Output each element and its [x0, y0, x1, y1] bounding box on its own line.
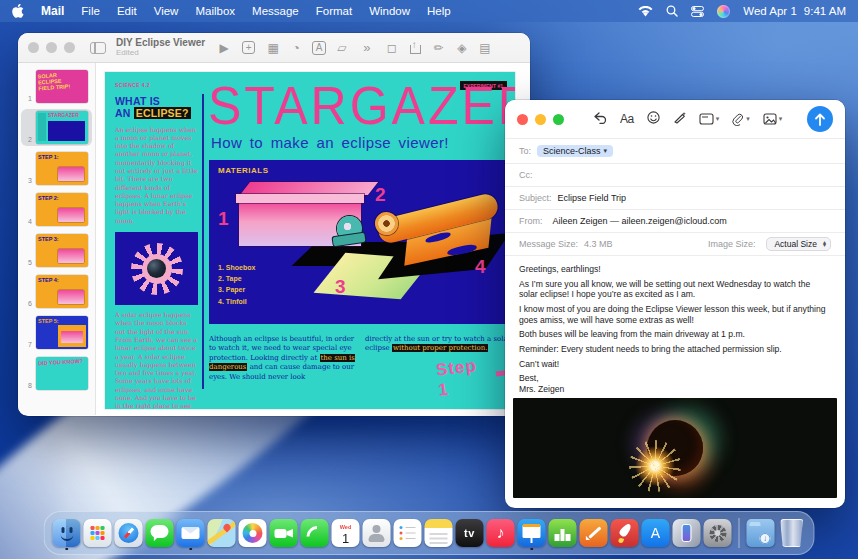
minimize-button[interactable]: [535, 114, 546, 125]
slide-thumbnail-5[interactable]: 5STEP 3:: [21, 232, 92, 269]
image-size-select[interactable]: Actual Size ▴▾: [766, 237, 831, 251]
header-fields-menu[interactable]: [699, 113, 720, 125]
apple-menu-icon[interactable]: [12, 4, 25, 19]
menu-app-name[interactable]: Mail: [41, 4, 64, 18]
menu-item-message[interactable]: Message: [252, 5, 299, 17]
cc-field[interactable]: Cc:: [505, 164, 845, 187]
recipient-token[interactable]: Science-Class: [537, 145, 613, 157]
dock-reminders-icon[interactable]: [394, 515, 422, 551]
dock-safari-icon[interactable]: [115, 515, 143, 551]
writing-tools-icon[interactable]: [673, 110, 686, 128]
menu-item-window[interactable]: Window: [369, 5, 410, 17]
eclipse-photo-attachment[interactable]: [513, 398, 837, 498]
slide-thumbnail-1[interactable]: 1SOLAR ECLIPSE FIELD TRIP!: [21, 68, 92, 105]
share-icon[interactable]: [410, 42, 421, 54]
slide-thumbnail-8[interactable]: 8DID YOU KNOW?: [21, 355, 92, 392]
heading-highlight: ECLIPSE?: [134, 107, 191, 119]
to-field[interactable]: To: Science-Class: [505, 139, 845, 164]
undo-icon[interactable]: [593, 110, 607, 128]
close-button[interactable]: [517, 114, 528, 125]
add-slide-button[interactable]: +: [242, 41, 255, 54]
more-toolbar-icon[interactable]: »: [360, 40, 374, 55]
message-size-value: 4.3 MB: [584, 239, 613, 249]
dock-app-store-icon[interactable]: A: [642, 515, 670, 551]
insert-photo-icon[interactable]: [763, 113, 783, 125]
body-paragraph: Can’t wait!: [519, 359, 831, 370]
close-button[interactable]: [28, 42, 39, 53]
caution-text-left: Although an eclipse is beautiful, in ord…: [209, 335, 357, 382]
dock-launchpad-icon[interactable]: [84, 515, 112, 551]
animate-icon[interactable]: ◈: [455, 41, 469, 55]
sun-core-icon: [142, 254, 172, 284]
dock-numbers-icon[interactable]: [549, 515, 577, 551]
dock-settings-icon[interactable]: [704, 515, 732, 551]
menu-item-file[interactable]: File: [81, 5, 100, 17]
wifi-icon[interactable]: [638, 6, 653, 17]
slide-number: 2: [27, 136, 32, 144]
dock-tv-icon[interactable]: tv: [456, 515, 484, 551]
step-1-callout: Step 1: [435, 351, 515, 400]
from-field[interactable]: From: Aileen Zeigen — aileen.zeigen@iclo…: [505, 210, 845, 233]
dock-photos-icon[interactable]: [239, 515, 267, 551]
slide-thumbnail-label: STEP 2:: [38, 195, 59, 201]
menu-item-view[interactable]: View: [154, 5, 179, 17]
dock-facetime-icon[interactable]: [270, 515, 298, 551]
slide-thumbnail-7[interactable]: 7STEP 5:: [21, 314, 92, 351]
dock-iphone-mirroring-icon[interactable]: [673, 515, 701, 551]
menu-item-format[interactable]: Format: [316, 5, 352, 17]
material-number-1: 1: [218, 208, 229, 230]
dock-mail-icon[interactable]: [177, 515, 205, 551]
dock-trash-icon[interactable]: [778, 515, 806, 551]
slide-thumbnail-image: SOLAR ECLIPSE FIELD TRIP!: [36, 70, 88, 103]
slide-thumbnail-image: STEP 3:: [36, 234, 88, 267]
subject-field[interactable]: Subject: Eclipse Field Trip: [505, 187, 845, 210]
zoom-button[interactable]: [553, 114, 564, 125]
zoom-button[interactable]: [64, 42, 75, 53]
window-title: DIY Eclipse Viewer: [116, 38, 205, 49]
size-field: Message Size: 4.3 MB Image Size: Actual …: [505, 233, 845, 256]
materials-list: 1. Shoebox 2. Tape 3. Paper 4. Tinfoil: [218, 262, 255, 307]
text-icon[interactable]: A: [312, 41, 326, 55]
mail-body[interactable]: Greetings, earthlings! As I’m sure you a…: [505, 256, 845, 395]
caution-text-right: directly at the sun or try to watch a so…: [365, 335, 513, 354]
shape-icon[interactable]: ▱: [335, 41, 349, 55]
format-button[interactable]: Aa: [620, 112, 634, 126]
comment-icon[interactable]: ◻: [385, 41, 399, 55]
diamond-ring-burst: [635, 446, 675, 486]
dock-pages-icon[interactable]: [580, 515, 608, 551]
dock-phone-icon[interactable]: [301, 515, 329, 551]
siri-icon[interactable]: [717, 5, 730, 18]
slide-thumbnail-3[interactable]: 3STEP 1:: [21, 150, 92, 187]
menu-item-help[interactable]: Help: [427, 5, 451, 17]
slide-thumbnail-4[interactable]: 4STEP 2:: [21, 191, 92, 228]
play-button[interactable]: ▶: [217, 41, 231, 55]
dock-messages-icon[interactable]: [146, 515, 174, 551]
menu-bar-time: 9:41 AM: [804, 5, 846, 17]
sidebar-toggle-icon[interactable]: [90, 42, 106, 54]
dock-rocket-icon[interactable]: [611, 515, 639, 551]
chart-icon[interactable]: ◔: [289, 41, 303, 55]
menu-item-edit[interactable]: Edit: [117, 5, 137, 17]
search-icon[interactable]: [666, 5, 678, 17]
dock-music-icon[interactable]: [487, 515, 515, 551]
send-button[interactable]: [807, 106, 833, 132]
dock-finder-icon[interactable]: [53, 515, 81, 551]
format-brush-icon[interactable]: ✏: [432, 41, 446, 55]
dock-downloads-icon[interactable]: [747, 515, 775, 551]
slide-thumbnail-2[interactable]: 2STARGAZER: [21, 109, 92, 146]
slide-stargazer[interactable]: SCIENCE 4.2 EXPERIMENT #1 WHAT IS AN ECL…: [105, 72, 515, 409]
slide-thumbnail-6[interactable]: 6STEP 4:: [21, 273, 92, 310]
table-icon[interactable]: ▦: [266, 41, 280, 55]
menu-bar-clock[interactable]: Wed Apr 1 9:41 AM: [743, 5, 846, 17]
dock-notes-icon[interactable]: [425, 515, 453, 551]
menu-item-mailbox[interactable]: Mailbox: [195, 5, 235, 17]
document-icon[interactable]: ▤: [478, 41, 492, 55]
dock-keynote-icon[interactable]: [518, 515, 546, 551]
emoji-picker-icon[interactable]: [647, 110, 660, 128]
dock-calendar-icon[interactable]: Wed1: [332, 515, 360, 551]
dock-maps-icon[interactable]: [208, 515, 236, 551]
control-center-icon[interactable]: [691, 6, 704, 17]
attach-file-icon[interactable]: [732, 113, 750, 126]
minimize-button[interactable]: [46, 42, 57, 53]
dock-contacts-icon[interactable]: [363, 515, 391, 551]
